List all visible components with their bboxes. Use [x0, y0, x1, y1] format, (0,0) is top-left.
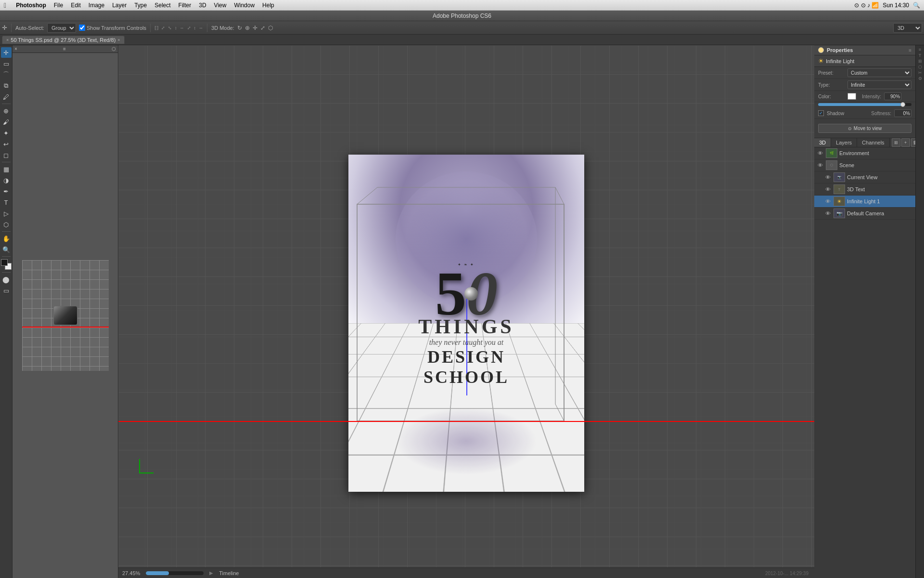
3d-rotate-icon[interactable]: ↻: [237, 25, 242, 31]
thumb-close[interactable]: ×: [14, 46, 17, 52]
thumb-expand[interactable]: ⬡: [112, 46, 116, 52]
menu-window[interactable]: Window: [234, 2, 255, 9]
auto-select-dropdown[interactable]: Group Layer: [47, 23, 76, 33]
intensity-input[interactable]: [884, 92, 901, 100]
clone-tool[interactable]: ✦: [1, 128, 12, 138]
menu-filter[interactable]: Filter: [179, 2, 192, 9]
history-tool[interactable]: ↩: [1, 139, 12, 149]
collapsed-icon-5[interactable]: ✂: [917, 70, 924, 75]
preset-dropdown[interactable]: Custom Default: [847, 68, 911, 77]
move-tool[interactable]: ✛: [1, 47, 12, 58]
layer-row-scene[interactable]: 👁 ⬡ Scene: [814, 159, 915, 171]
visibility-eye-currentview[interactable]: 👁: [824, 173, 832, 181]
layer-row-environment[interactable]: 👁 🌿 Environment: [814, 147, 915, 159]
thumb-options[interactable]: ≡: [63, 46, 66, 52]
eyedropper-tool[interactable]: 🖊: [1, 92, 12, 102]
heal-tool[interactable]: ⊕: [1, 105, 12, 116]
tab-3d[interactable]: 3D: [814, 138, 831, 147]
visibility-eye-defaultcamera[interactable]: 👁: [824, 210, 832, 217]
layer-row-infinitelight1[interactable]: 👁 ☀ Infinite Light 1: [814, 196, 915, 208]
status-arrow[interactable]: ▶: [209, 570, 213, 576]
color-swatch[interactable]: [847, 93, 856, 100]
properties-collapse[interactable]: ≡: [909, 48, 911, 53]
crop-tool[interactable]: ⧉: [1, 80, 12, 91]
thumbnail-panel: × ≡ ⬡: [13, 45, 118, 578]
canvas-area: ✦ ❧ ✦ 50 THINGS they never taught you at…: [118, 45, 814, 578]
menu-3d[interactable]: 3D: [199, 2, 206, 9]
softness-input[interactable]: [894, 109, 911, 117]
transform-icon-5[interactable]: ↔: [180, 26, 184, 30]
3d-view-dropdown[interactable]: 3D: [893, 23, 922, 33]
eraser-tool[interactable]: ◻: [1, 150, 12, 160]
pen-tool[interactable]: ✒: [1, 186, 12, 197]
light-header-row: ☀ Infinite Light: [814, 55, 915, 67]
doc-tab-active[interactable]: × 50 Things SS.psd @ 27.5% (3D Text, Red…: [2, 36, 125, 44]
delete-layer-icon[interactable]: 🗑: [911, 138, 915, 147]
transform-icon-4[interactable]: ↕: [175, 26, 177, 30]
shadow-checkbox[interactable]: ✓: [818, 110, 824, 116]
layer-row-currentview[interactable]: 👁 📷 Current View: [814, 171, 915, 184]
hand-tool[interactable]: ✋: [1, 233, 12, 244]
layer-name-infinitelight1: Infinite Light 1: [847, 198, 913, 204]
menu-file[interactable]: File: [54, 2, 63, 9]
artwork-document: ✦ ❧ ✦ 50 THINGS they never taught you at…: [348, 155, 584, 492]
lasso-tool[interactable]: ⌒: [1, 69, 12, 80]
shape-tool[interactable]: ⬡: [1, 219, 12, 230]
menu-edit[interactable]: Edit: [71, 2, 81, 9]
3d-slide-icon[interactable]: ⤢: [260, 25, 265, 31]
path-tool[interactable]: ▷: [1, 208, 12, 219]
intensity-slider-thumb[interactable]: [900, 102, 905, 107]
doc-tab-close2[interactable]: ×: [117, 38, 120, 42]
transform-icon-1[interactable]: ⟦⟧: [154, 26, 158, 30]
move-to-view-button[interactable]: ⊙ Move to view: [818, 124, 911, 133]
tools-icon[interactable]: ⚙: [917, 76, 924, 81]
brush-tool[interactable]: 🖌: [1, 117, 12, 127]
collapsed-icon-4[interactable]: ⬡: [917, 65, 924, 69]
doc-tab-close[interactable]: ×: [6, 38, 9, 42]
layer-row-defaultcamera[interactable]: 👁 📷 Default Camera: [814, 208, 915, 220]
screen-mode[interactable]: ▭: [1, 285, 12, 296]
canvas-red-line: [118, 421, 814, 422]
apple-logo-icon[interactable]: : [4, 1, 6, 9]
menu-view[interactable]: View: [214, 2, 227, 9]
transform-icon-8[interactable]: ↔: [199, 26, 203, 30]
3d-pan-icon[interactable]: ✛: [253, 25, 257, 31]
canvas-wrapper[interactable]: ✦ ❧ ✦ 50 THINGS they never taught you at…: [118, 45, 814, 567]
visibility-eye-environment[interactable]: 👁: [816, 149, 824, 157]
new-layer-icon[interactable]: +: [901, 138, 910, 147]
intensity-slider-track[interactable]: [818, 103, 911, 106]
transform-icon-7[interactable]: ↕: [194, 26, 196, 30]
menu-select[interactable]: Select: [154, 2, 170, 9]
transform-icon-2[interactable]: ⤢: [161, 26, 165, 30]
tab-layers[interactable]: Layers: [831, 138, 857, 147]
tab-channels[interactable]: Channels: [857, 138, 889, 147]
search-icon[interactable]: 🔍: [913, 2, 920, 9]
type-tool[interactable]: T: [1, 197, 12, 208]
layer-row-3dtext[interactable]: 👁 T 3D Text: [814, 184, 915, 196]
menu-image[interactable]: Image: [89, 2, 104, 9]
transform-icon-6[interactable]: ⤢: [187, 26, 191, 30]
mask-mode[interactable]: ⬤: [1, 274, 12, 285]
type-dropdown[interactable]: Infinite Spot Point: [847, 80, 911, 89]
layers-content: 👁 🌿 Environment 👁 ⬡ Scene: [814, 147, 915, 578]
visibility-eye-scene[interactable]: 👁: [816, 161, 824, 169]
3d-scale-icon[interactable]: ⬡: [268, 25, 273, 31]
3d-roll-icon[interactable]: ⊕: [245, 25, 250, 31]
show-transform-checkbox[interactable]: [79, 25, 85, 31]
shadow-label: Shadow: [827, 111, 868, 116]
collapsed-icon-3[interactable]: ⊞: [917, 59, 924, 64]
foreground-color-swatch[interactable]: [1, 259, 8, 266]
zoom-tool[interactable]: 🔍: [1, 244, 12, 255]
transform-icon-3[interactable]: ⤡: [168, 26, 172, 30]
menu-type[interactable]: Type: [134, 2, 147, 9]
new-group-icon[interactable]: ⊞: [892, 138, 900, 147]
gradient-tool[interactable]: ▦: [1, 164, 12, 174]
menu-layer[interactable]: Layer: [112, 2, 127, 9]
menu-help[interactable]: Help: [262, 2, 274, 9]
dodge-tool[interactable]: ◑: [1, 175, 12, 185]
selection-tool[interactable]: ▭: [1, 58, 12, 69]
collapsed-icon-2[interactable]: T: [917, 53, 924, 58]
visibility-eye-infinitelight1[interactable]: 👁: [824, 197, 832, 205]
visibility-eye-3dtext[interactable]: 👁: [824, 185, 832, 193]
collapsed-icon-1[interactable]: ≡: [917, 47, 924, 52]
